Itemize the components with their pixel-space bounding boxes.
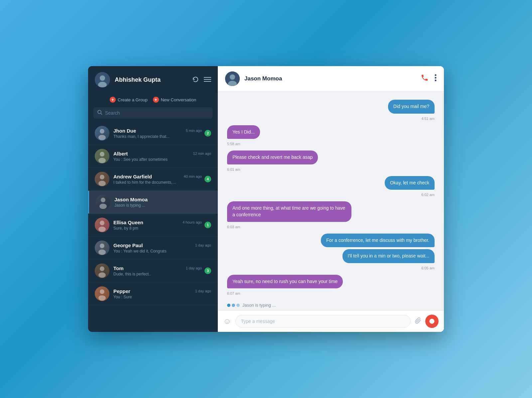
contact-preview-tom: Dude, this is perfect.. (113, 272, 177, 276)
contact-item-andrew-garfield[interactable]: Andrew Garfield40 min agoI talked to him… (88, 168, 218, 191)
contact-item-tom[interactable]: Tom1 day agoDude, this is perfect..3 (88, 259, 218, 282)
contact-time-pepper: 1 day ago (195, 289, 211, 293)
message-time-m1: 4:51 am (227, 117, 435, 121)
create-group-button[interactable]: + Create a Group (110, 97, 148, 103)
svg-point-30 (100, 289, 104, 294)
contact-preview-pepper: You : Sure (113, 295, 177, 299)
svg-point-10 (98, 135, 106, 140)
message-time-m7: 6:05 am (227, 266, 435, 270)
message-bubble-m4: Okay, let me check (385, 176, 435, 190)
contact-info-andrew-garfield: Andrew Garfield40 min agoI talked to him… (113, 174, 202, 185)
svg-point-19 (99, 204, 107, 209)
message-time-m2: 5:58 am (227, 142, 435, 146)
contact-info-george-paul: George Paul1 day agoYou : Yeah we did it… (113, 243, 211, 253)
contact-info-ellisa-queen: Ellisa Queen4 hours agoSure, by 8 pm (113, 220, 202, 231)
svg-point-18 (101, 198, 105, 202)
send-button[interactable] (425, 315, 439, 328)
contact-name-jason-momoa: Jason Momoa (114, 197, 148, 202)
svg-point-37 (435, 80, 437, 81)
search-bar (93, 107, 212, 119)
message-time-m3: 6:01 am (227, 167, 435, 171)
contact-time-tom: 1 day ago (186, 266, 202, 270)
chat-header: Jason Momoa (218, 66, 444, 92)
new-conversation-label: New Conversation (161, 97, 196, 102)
contact-name-albert: Albert (113, 151, 128, 156)
svg-point-1 (100, 75, 105, 81)
menu-icon[interactable] (204, 76, 211, 83)
search-icon (97, 110, 102, 116)
svg-point-28 (98, 272, 106, 278)
contact-preview-albert: You : See you after sometimes (113, 157, 177, 162)
message-row-m6: For a conferrence, let me discuss with m… (227, 234, 435, 248)
contact-item-jhon-due[interactable]: Jhon Due5 min agoThanks man, I appreciat… (88, 122, 218, 145)
contact-info-jason-momoa: Jason MomoaJason is typing ... (114, 197, 211, 208)
contact-avatar-jhon-due (95, 126, 109, 141)
contact-preview-ellisa-queen: Sure, by 8 pm (113, 226, 177, 231)
message-bubble-m7: I'll tell you in a min or two, please wa… (342, 249, 435, 263)
svg-point-13 (98, 158, 106, 163)
contact-name-andrew-garfield: Andrew Garfield (113, 174, 152, 179)
contact-item-pepper[interactable]: Pepper1 day agoYou : Sure (88, 282, 218, 305)
contact-list: Jhon Due5 min agoThanks man, I appreciat… (88, 122, 218, 332)
username: Abhishek Gupta (115, 76, 192, 83)
message-bubble-m5: And one more thing, at what time are we … (227, 201, 351, 222)
contact-item-ellisa-queen[interactable]: Ellisa Queen4 hours agoSure, by 8 pm1 (88, 214, 218, 237)
svg-point-27 (100, 266, 104, 271)
create-group-label: Create a Group (118, 97, 148, 102)
refresh-icon[interactable] (192, 76, 199, 84)
phone-icon[interactable] (421, 74, 429, 84)
message-time-m5: 6:03 am (227, 225, 435, 229)
contact-name-tom: Tom (113, 265, 124, 271)
contact-avatar-pepper (95, 286, 109, 301)
contact-name-pepper: Pepper (113, 288, 130, 294)
contact-preview-andrew-garfield: I talked to him for the documents, she s… (113, 180, 177, 185)
contact-preview-george-paul: You : Yeah we did it, Congrats (113, 249, 177, 253)
attach-button[interactable] (415, 317, 421, 326)
message-row-m3: Please check and revert me back asap (227, 150, 435, 164)
new-conversation-plus-icon: + (153, 97, 159, 103)
contact-avatar-tom (95, 263, 109, 278)
typing-dot-3 (236, 304, 240, 307)
more-options-icon[interactable] (435, 74, 437, 83)
message-input[interactable] (235, 315, 411, 328)
contact-avatar-george-paul (95, 241, 109, 255)
new-conversation-button[interactable]: + New Conversation (153, 97, 196, 103)
header-icons (192, 76, 211, 84)
contact-time-albert: 12 min ago (193, 151, 211, 155)
contact-avatar-albert (95, 149, 109, 163)
contact-name-jhon-due: Jhon Due (113, 128, 136, 134)
contact-badge-andrew-garfield: 4 (204, 176, 211, 182)
svg-point-33 (230, 74, 235, 80)
contact-time-ellisa-queen: 4 hours ago (183, 220, 202, 224)
contact-item-george-paul[interactable]: George Paul1 day agoYou : Yeah we did it… (88, 237, 218, 259)
contact-info-albert: Albert12 min agoYou : See you after some… (113, 151, 211, 162)
chat-header-icons (421, 74, 437, 84)
svg-point-24 (100, 244, 104, 248)
contact-item-jason-momoa[interactable]: Jason MomoaJason is typing ... (88, 191, 218, 214)
message-bubble-m6: For a conferrence, let me discuss with m… (321, 234, 435, 248)
contact-info-tom: Tom1 day agoDude, this is perfect.. (113, 265, 202, 276)
emoji-button[interactable]: ☺ (223, 317, 231, 326)
search-input[interactable] (105, 110, 208, 116)
action-buttons: + Create a Group + New Conversation (88, 93, 218, 107)
svg-point-21 (100, 221, 104, 225)
message-time-m8: 6:07 am (227, 291, 435, 295)
typing-dot-2 (232, 304, 235, 307)
contact-time-andrew-garfield: 40 min ago (184, 174, 202, 178)
message-row-m7: I'll tell you in a min or two, please wa… (227, 249, 435, 263)
svg-point-31 (98, 295, 106, 301)
contact-avatar-ellisa-queen (95, 218, 109, 232)
typing-dots (227, 304, 240, 307)
message-row-m8: Yeah sure, no need to rush you can have … (227, 275, 435, 289)
contact-item-albert[interactable]: Albert12 min agoYou : See you after some… (88, 145, 218, 168)
svg-point-12 (100, 152, 104, 156)
sidebar-header: Abhishek Gupta (88, 66, 218, 93)
svg-point-16 (98, 181, 106, 186)
message-row-m4: Okay, let me check (227, 176, 435, 190)
svg-point-6 (98, 110, 101, 114)
app-container: Abhishek Gupta (88, 66, 444, 332)
svg-point-35 (435, 74, 437, 76)
contact-avatar-andrew-garfield (95, 172, 109, 186)
svg-point-36 (435, 77, 437, 79)
message-row-m2: Yes I Did... (227, 125, 435, 139)
